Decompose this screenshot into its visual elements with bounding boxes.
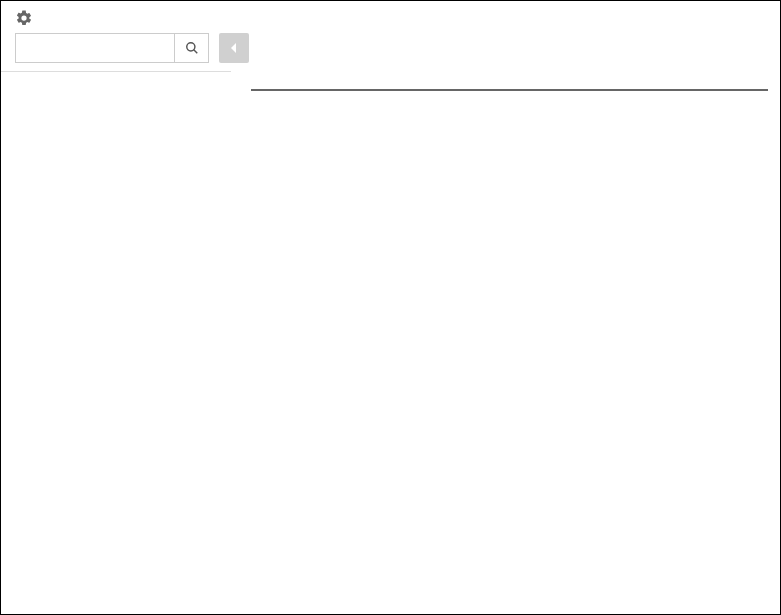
search-icon	[185, 41, 199, 55]
svg-line-1	[193, 50, 197, 54]
main-title	[251, 71, 768, 91]
search-button[interactable]	[175, 33, 209, 63]
search-input[interactable]	[15, 33, 175, 63]
gear-icon	[15, 9, 33, 27]
tabs	[251, 91, 768, 109]
sidebar-section-products	[1, 72, 231, 88]
sidebar	[1, 71, 231, 608]
main-panel	[231, 71, 780, 608]
search-wrap	[15, 33, 209, 63]
toolbar	[1, 33, 780, 71]
chevron-left-icon	[229, 42, 239, 54]
page-header	[1, 1, 780, 33]
content	[1, 71, 780, 608]
svg-point-0	[186, 43, 194, 51]
collapse-sidebar-button[interactable]	[219, 33, 249, 63]
